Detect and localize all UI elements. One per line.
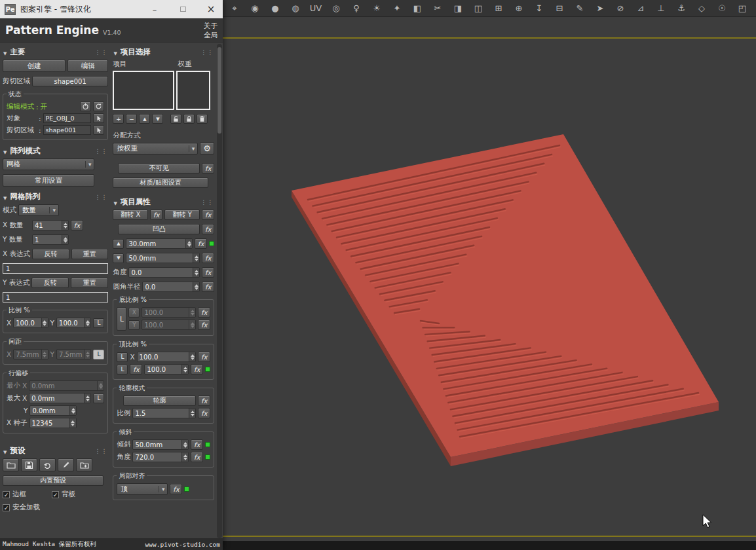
rollout-header-grid-array[interactable]: 网格阵列 xyxy=(2,191,109,202)
flip-x-fx-button[interactable]: fx xyxy=(150,210,162,220)
tilt-spinner[interactable]: 50.0mm xyxy=(132,439,189,450)
x-expression-input[interactable]: 1 xyxy=(3,263,108,274)
array-mode-dropdown[interactable]: 网格 xyxy=(3,158,94,170)
open-preset-button[interactable] xyxy=(3,458,19,471)
save-preset-button[interactable] xyxy=(21,458,37,471)
tilt-angle-spinner[interactable]: 720.0 xyxy=(132,452,189,462)
circle-plus-icon[interactable]: ⊕ xyxy=(511,3,527,13)
half-box-left-icon[interactable]: ◧ xyxy=(409,3,425,13)
height-up-button[interactable]: ▲ xyxy=(113,239,124,249)
offset-lock-button[interactable]: L xyxy=(93,394,104,403)
viewport[interactable] xyxy=(223,17,756,541)
lock-button[interactable] xyxy=(183,114,195,124)
bottom-scale-lock-button[interactable]: L xyxy=(117,307,126,331)
scrollbar-thumb[interactable] xyxy=(217,47,221,134)
bump-fx-button[interactable]: fx xyxy=(202,224,214,234)
fillet-fx-button[interactable]: fx xyxy=(202,282,214,292)
create-button[interactable]: 创建 xyxy=(3,60,66,72)
spinner-arrows-icon[interactable] xyxy=(41,350,48,359)
plate-group[interactable] xyxy=(292,134,719,466)
sun-dot-icon[interactable]: ☉ xyxy=(714,3,730,13)
local-align-dropdown[interactable]: 顶 xyxy=(117,483,168,495)
down-arrow-icon[interactable]: ↧ xyxy=(531,3,547,13)
website-link[interactable]: www.pivot-studio.com xyxy=(145,541,220,548)
global-link[interactable]: 全局 xyxy=(204,30,217,39)
height-down-button[interactable]: ▼ xyxy=(113,253,124,263)
outline-fx-button[interactable]: fx xyxy=(198,395,210,406)
bottom-scale-y-fx-button[interactable]: fx xyxy=(198,320,210,330)
window-titlebar[interactable]: Pe 图案引擎 - 雪锋汉化 – × xyxy=(0,0,223,18)
spinner-arrows-icon[interactable] xyxy=(189,352,195,361)
height-up-spinner[interactable]: 30.0mm xyxy=(126,238,193,249)
top-scale-x-spinner[interactable]: 100.0 xyxy=(137,352,197,362)
spinner-arrows-icon[interactable] xyxy=(84,350,90,359)
anchor-icon[interactable]: ⚓ xyxy=(673,3,689,13)
edit-button[interactable]: 编辑 xyxy=(67,60,108,72)
move-down-button[interactable]: ▼ xyxy=(152,114,163,124)
sphere-icon[interactable]: ◍ xyxy=(288,3,303,13)
border-checkbox[interactable]: 边框 xyxy=(3,490,50,499)
cut-region-pick-icon-button[interactable] xyxy=(93,125,104,135)
rollout-header-array-mode[interactable]: 阵列模式 xyxy=(2,145,109,156)
flip-y-fx-button[interactable]: fx xyxy=(202,210,214,220)
angle-fx-button[interactable]: fx xyxy=(202,267,214,278)
distribution-settings-button[interactable]: ⚙ xyxy=(200,142,214,155)
window-scrollbar[interactable] xyxy=(217,44,222,538)
half-box-right-icon[interactable]: ◨ xyxy=(450,3,466,13)
height-up-fx-button[interactable]: fx xyxy=(195,238,207,249)
right-triangle-icon[interactable]: ⊿ xyxy=(633,3,649,13)
y-reset-button[interactable]: 重置 xyxy=(71,278,108,288)
height-down-fx-button[interactable]: fx xyxy=(202,253,214,263)
top-scale-y-spinner[interactable]: 100.0 xyxy=(144,364,189,375)
rollout-header-presets[interactable]: 预设 xyxy=(2,445,109,456)
refresh-button[interactable] xyxy=(93,101,104,111)
top-scale-y-fx-button[interactable]: fx xyxy=(191,364,203,375)
material-settings-button[interactable]: 材质/贴图设置 xyxy=(113,177,208,188)
bottom-scale-x-spinner[interactable]: 100.0 xyxy=(142,307,196,318)
offset-max-x-spinner[interactable]: 0.0mm xyxy=(29,393,91,403)
outline-scale-fx-button[interactable]: fx xyxy=(198,408,210,418)
flip-y-button[interactable]: 翻转 Y xyxy=(164,210,200,220)
delete-item-button[interactable] xyxy=(197,114,208,124)
diamond-icon[interactable]: ◇ xyxy=(694,3,709,13)
x-count-fx-button[interactable]: fx xyxy=(71,220,83,230)
sun-icon[interactable]: ☀ xyxy=(369,3,385,13)
top-scale-x-fx-button[interactable]: fx xyxy=(198,352,210,362)
bump-button[interactable]: 凹凸 xyxy=(118,224,200,234)
local-align-fx-button[interactable]: fx xyxy=(170,484,182,494)
fillet-spinner[interactable]: 0.0 xyxy=(142,282,200,292)
spark-icon[interactable]: ✦ xyxy=(389,3,405,13)
height-down-spinner[interactable]: 50.0mm xyxy=(126,253,200,263)
tilt-fx-button[interactable]: fx xyxy=(191,439,203,450)
common-settings-button[interactable]: 常用设置 xyxy=(3,174,94,187)
offset-y-spinner[interactable]: 0.0mm xyxy=(29,405,77,416)
pencil-icon[interactable]: ✎ xyxy=(572,3,588,13)
scale-x-spinner[interactable]: 100.0 xyxy=(13,318,48,328)
spinner-arrows-icon[interactable] xyxy=(62,235,68,244)
safe-load-checkbox[interactable]: 安全加载 xyxy=(3,503,40,512)
spinner-arrows-icon[interactable] xyxy=(181,452,188,462)
scale-y-spinner[interactable]: 100.0 xyxy=(56,318,91,328)
spinner-arrows-icon[interactable] xyxy=(69,406,76,415)
spinner-arrows-icon[interactable] xyxy=(189,308,195,317)
scale-lock-button[interactable]: L xyxy=(93,318,104,328)
spinner-arrows-icon[interactable] xyxy=(41,318,48,327)
scissors-icon[interactable]: ✂ xyxy=(430,3,445,13)
bottom-scale-y-spinner[interactable]: 100.0 xyxy=(142,320,196,330)
rollout-header-item-select[interactable]: 项目选择 xyxy=(112,46,215,58)
spinner-arrows-icon[interactable] xyxy=(189,320,195,329)
outline-scale-spinner[interactable]: 1.5 xyxy=(132,408,196,418)
spacing-y-spinner[interactable]: 7.5mm xyxy=(56,349,91,359)
spinner-arrows-icon[interactable] xyxy=(181,440,188,449)
bottom-scale-y-button[interactable]: Y xyxy=(128,320,140,330)
reset-preset-button[interactable] xyxy=(39,458,56,471)
object-pick-button[interactable] xyxy=(93,113,104,123)
x-reset-button[interactable]: 重置 xyxy=(71,249,109,259)
minimize-button[interactable]: – xyxy=(143,0,166,18)
spinner-arrows-icon[interactable] xyxy=(69,418,76,428)
top-scale-lock-fx-button[interactable]: fx xyxy=(130,364,142,375)
count-mode-dropdown[interactable]: 数量 xyxy=(18,204,59,216)
x-invert-button[interactable]: 反转 xyxy=(32,249,69,259)
builtin-presets-button[interactable]: 内置预设 xyxy=(3,475,104,486)
unlock-button[interactable] xyxy=(170,114,181,124)
